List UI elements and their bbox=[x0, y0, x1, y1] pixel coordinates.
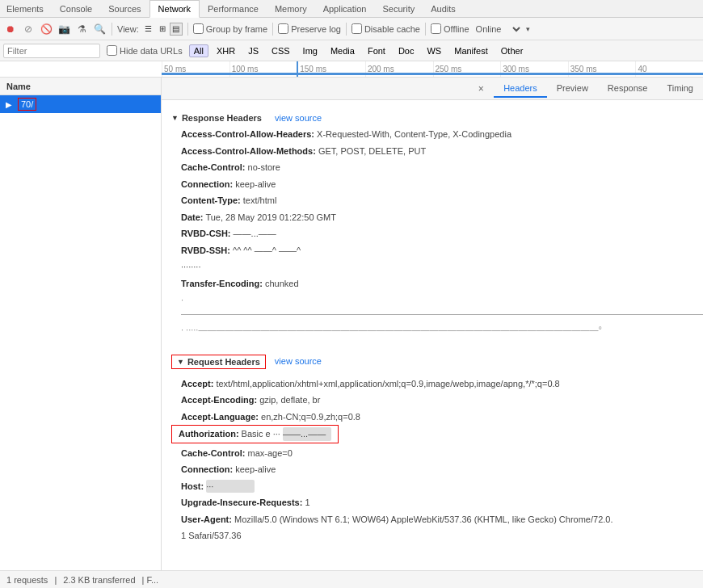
list-view-button[interactable]: ☰ bbox=[142, 23, 155, 36]
filter-manifest-button[interactable]: Manifest bbox=[449, 44, 493, 57]
response-headers-toggle[interactable]: ▼ bbox=[171, 114, 179, 122]
resp-header-acam: Access-Control-Allow-Methods: GET, POST,… bbox=[171, 143, 693, 160]
resp-header-rvbd-ssh: RVBD-SSH: ^^ ^^ ——^ ——^ bbox=[171, 242, 693, 259]
main-layout: Name ▶ 70/ × Headers Preview Response Ti… bbox=[0, 78, 703, 570]
response-headers-section-header: ▼ Response Headers view source bbox=[171, 113, 693, 123]
details-tab-response[interactable]: Response bbox=[598, 80, 658, 98]
req-header-accept-encoding: Accept-Encoding: gzip, deflate, br bbox=[171, 392, 693, 409]
detail-view-button[interactable]: ▤ bbox=[170, 23, 183, 36]
resp-header-dots1: ········ bbox=[171, 258, 693, 275]
separator-2 bbox=[187, 23, 188, 36]
req-header-cache-control: Cache-Control: max-age=0 bbox=[171, 445, 693, 462]
req-header-connection: Connection: keep-alive bbox=[171, 461, 693, 478]
resp-header-acah: Access-Control-Allow-Headers: X-Requeste… bbox=[171, 126, 693, 143]
details-panel: × Headers Preview Response Timing ▼ Resp… bbox=[162, 78, 703, 570]
resp-header-conn: Connection: keep-alive bbox=[171, 176, 693, 193]
tab-security[interactable]: Security bbox=[374, 0, 423, 18]
disable-cache-checkbox[interactable] bbox=[352, 23, 362, 34]
filter-bar: Hide data URLs All XHR JS CSS Img Media … bbox=[0, 40, 703, 61]
request-headers-section-header: ▼ Request Headers bbox=[171, 355, 266, 369]
preserve-log-checkbox[interactable] bbox=[278, 23, 288, 34]
req-header-accept-lang: Accept-Language: en,zh-CN;q=0.9,zh;q=0.8 bbox=[171, 409, 693, 426]
req-header-accept: Accept: text/html,application/xhtml+xml,… bbox=[171, 376, 693, 393]
request-headers-toggle[interactable]: ▼ bbox=[177, 358, 184, 366]
resp-header-long2: · ·····—————————————————————————————————… bbox=[171, 321, 693, 338]
timeline-bar: 50 ms 100 ms 150 ms 200 ms 250 ms 300 ms… bbox=[0, 61, 703, 78]
req-header-user-agent-cont: 1 Safari/537.36 bbox=[171, 527, 693, 544]
search-button[interactable]: 🔍 bbox=[92, 22, 107, 36]
requests-panel: Name ▶ 70/ bbox=[0, 78, 162, 570]
filter-doc-button[interactable]: Doc bbox=[394, 44, 419, 57]
details-tabs-bar: × Headers Preview Response Timing bbox=[162, 78, 703, 100]
offline-label-wrap[interactable]: Offline bbox=[431, 23, 469, 34]
preserve-log-label[interactable]: Preserve log bbox=[278, 23, 341, 34]
resp-header-cache: Cache-Control: no-store bbox=[171, 159, 693, 176]
tab-performance[interactable]: Performance bbox=[200, 0, 267, 18]
group-by-frame-checkbox[interactable] bbox=[193, 23, 204, 34]
group-by-frame-label[interactable]: Group by frame bbox=[193, 23, 267, 34]
req-header-upgrade: Upgrade-Insecure-Requests: 1 bbox=[171, 494, 693, 511]
req-header-authorization: Authorization: Basic e ··· ——...—— bbox=[171, 425, 339, 443]
throttle-select[interactable]: Online Fast 3G Slow 3G Offline bbox=[473, 23, 523, 35]
request-item-icon: ▶ bbox=[3, 99, 15, 110]
filter-other-button[interactable]: Other bbox=[496, 44, 528, 57]
filter-media-button[interactable]: Media bbox=[326, 44, 360, 57]
req-header-user-agent: User-Agent: Mozilla/5.0 (Windows NT 6.1;… bbox=[171, 511, 693, 528]
filter-img-button[interactable]: Img bbox=[298, 44, 322, 57]
clear-button[interactable]: 🚫 bbox=[39, 22, 53, 36]
request-headers-section: ▼ Request Headers view source bbox=[171, 348, 693, 372]
resp-header-content-type: Content-Type: text/html bbox=[171, 192, 693, 209]
filter-ws-button[interactable]: WS bbox=[422, 44, 446, 57]
tab-elements[interactable]: Elements bbox=[0, 0, 52, 18]
tab-audits[interactable]: Audits bbox=[423, 0, 464, 18]
filter-xhr-button[interactable]: XHR bbox=[212, 44, 240, 57]
details-close-button[interactable]: × bbox=[474, 82, 487, 95]
requests-header: Name bbox=[0, 78, 161, 95]
request-headers-view-source[interactable]: view source bbox=[275, 356, 322, 366]
stop-button[interactable]: ⊘ bbox=[21, 22, 36, 36]
filter-font-button[interactable]: Font bbox=[363, 44, 390, 57]
resp-header-rvbd-csh: RVBD-CSH: ——...—— bbox=[171, 225, 693, 242]
timeline-progress bbox=[162, 73, 703, 75]
filter-js-button[interactable]: JS bbox=[243, 44, 263, 57]
filter-input[interactable] bbox=[3, 44, 100, 58]
resp-header-date: Date: Tue, 28 May 2019 01:22:50 GMT bbox=[171, 209, 693, 226]
tab-application[interactable]: Application bbox=[315, 0, 375, 18]
throttle-dropdown-arrow: ▾ bbox=[526, 25, 530, 33]
request-item-70[interactable]: ▶ 70/ bbox=[0, 95, 161, 113]
hide-data-urls-checkbox[interactable] bbox=[107, 45, 117, 56]
record-button[interactable]: ⏺ bbox=[3, 22, 18, 36]
view-label: View: bbox=[117, 24, 139, 34]
grid-view-button[interactable]: ⊞ bbox=[156, 23, 169, 36]
tab-network[interactable]: Network bbox=[149, 0, 200, 18]
separator-1 bbox=[112, 23, 112, 36]
tab-sources[interactable]: Sources bbox=[100, 0, 149, 18]
separator-3 bbox=[272, 23, 273, 36]
filter-css-button[interactable]: CSS bbox=[267, 44, 295, 57]
details-content: ▼ Response Headers view source Access-Co… bbox=[162, 100, 703, 570]
tab-console[interactable]: Console bbox=[52, 0, 100, 18]
resp-header-long1: · ——————————————————————————————————————… bbox=[171, 292, 693, 321]
response-headers-view-source[interactable]: view source bbox=[275, 113, 322, 123]
req-header-host: Host: ··· bbox=[171, 478, 693, 495]
tab-memory[interactable]: Memory bbox=[267, 0, 315, 18]
details-tab-preview[interactable]: Preview bbox=[547, 80, 598, 98]
details-tab-timing[interactable]: Timing bbox=[657, 80, 703, 98]
separator-5 bbox=[425, 23, 426, 36]
separator-4 bbox=[346, 23, 347, 36]
view-icons: ☰ ⊞ ▤ bbox=[142, 23, 183, 36]
request-item-name: 70/ bbox=[18, 98, 36, 111]
capture-screenshot-button[interactable]: 📷 bbox=[57, 22, 71, 36]
details-tab-headers[interactable]: Headers bbox=[494, 80, 547, 98]
filter-button[interactable]: ⚗ bbox=[74, 22, 89, 36]
filter-all-button[interactable]: All bbox=[189, 44, 208, 57]
tab-bar: Elements Console Sources Network Perform… bbox=[0, 0, 703, 18]
resp-header-transfer: Transfer-Encoding: chunked bbox=[171, 275, 693, 292]
network-toolbar: ⏺ ⊘ 🚫 📷 ⚗ 🔍 View: ☰ ⊞ ▤ Group by frame P… bbox=[0, 18, 703, 40]
disable-cache-label[interactable]: Disable cache bbox=[352, 23, 420, 34]
hide-data-urls-label[interactable]: Hide data URLs bbox=[103, 44, 186, 57]
offline-checkbox[interactable] bbox=[431, 23, 441, 34]
